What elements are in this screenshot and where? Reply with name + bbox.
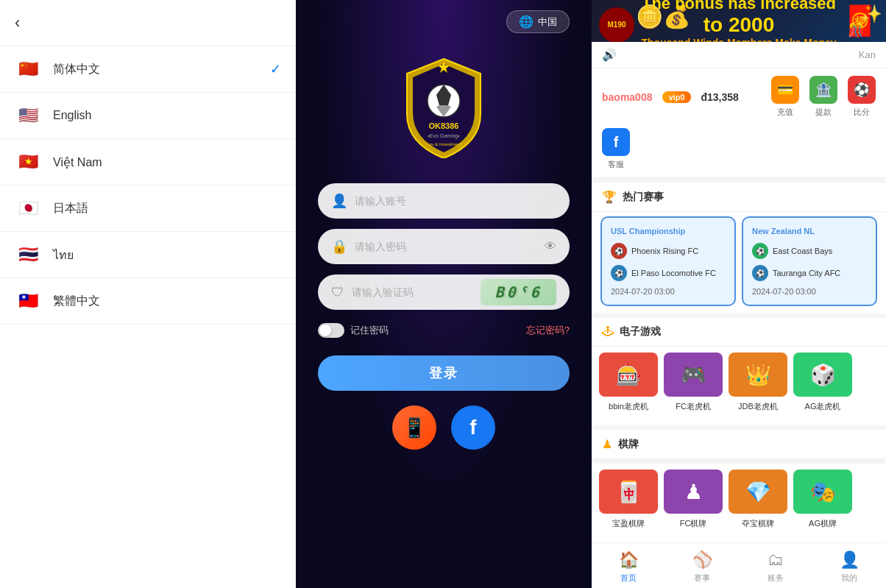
chess-label-0: 宝盈棋牌 [612,518,645,529]
login-button[interactable]: 登录 [318,355,570,391]
match-team2-0: ⚽ El Paso Locomotive FC [611,265,726,281]
app-icon: 📱 [403,417,426,439]
games-grid: 🎰 bbin老虎机 🎮 FC老虎机 👑 JDB老虎机 🎲 AG老虎机 [599,347,879,418]
captcha-input[interactable] [352,286,481,298]
lang-item-zh-trad[interactable]: 🇹🇼 繁體中文 [0,278,296,325]
team1-logo-0: ⚽ [611,243,627,259]
chess-games-header: ♟ 棋牌 [592,430,886,459]
deposit-label: 充值 [777,107,793,118]
remember-toggle[interactable] [318,323,344,338]
flag-icon-zh-simple: 🇨🇳 [15,60,41,79]
chess-games-title: 棋牌 [618,438,639,451]
eye-icon[interactable]: 👁 [545,240,556,253]
chess-label-2: 夺宝棋牌 [742,518,774,529]
game-item-3[interactable]: 🎲 AG老虎机 [793,353,852,412]
volume-icon: 🔊 [602,48,617,62]
chess-thumb-2: 💎 [729,470,787,514]
language-list: 🇨🇳 简体中文 ✓ 🇺🇸 English 🇻🇳 Việt Nam 🇯🇵 日本語 … [0,46,296,325]
match-league-1: New Zealand NL [752,227,867,235]
chess-thumb-1: ♟ [664,470,723,514]
banner-badge: M190 [599,7,634,42]
username-field-wrap: 👤 [318,183,570,219]
user-icon: 👤 [331,193,347,209]
electronic-games-section: 🎰 bbin老虎机 🎮 FC老虎机 👑 JDB老虎机 🎲 AG老虎机 [592,347,886,425]
app-download-button[interactable]: 📱 [392,405,436,450]
region-button[interactable]: 🌐 中国 [506,10,570,33]
nav-label-3: 我的 [841,573,857,584]
banner: M190 🪙💰 The bonus has increased to 2000 … [592,0,886,42]
password-input[interactable] [355,241,545,252]
chess-item-0[interactable]: 🀄 宝盈棋牌 [599,470,658,529]
facebook-icon: f [469,416,476,439]
login-fields: 👤 🔒 👁 🛡 B0ˁ6 记住密码 [318,183,570,391]
nav-icon-0: 🏠 [619,550,639,570]
game-thumb-1: 🎮 [664,353,723,397]
match-team2-1: ⚽ Tauranga City AFC [752,265,867,281]
chess-grid: 🀄 宝盈棋牌 ♟ FC棋牌 💎 夺宝棋牌 🎭 AG棋牌 [599,464,879,535]
game-label-0: bbin老虎机 [609,401,648,412]
chess-item-2[interactable]: 💎 夺宝棋牌 [729,470,787,529]
match-league-0: USL Championship [611,227,726,235]
vip-badge: vip0 [662,91,690,103]
game-item-0[interactable]: 🎰 bbin老虎机 [599,353,658,412]
nav-item-2[interactable]: 🗂 账务 [739,543,812,588]
facebook-button[interactable]: f [451,405,495,450]
remember-label: 记住密码 [350,324,389,337]
svg-text:Lou & Investment: Lou & Investment [427,142,461,146]
service-icon-wrap: f [602,128,630,156]
match-time-1: 2024-07-20 03:00 [752,287,867,296]
nav-label-1: 赛事 [694,573,710,584]
user-bar: baoma008 vip0 đ13,358 💳 充值 🏦 提款 ⚽ 比分 f 客… [592,68,886,178]
password-field-wrap: 🔒 👁 [318,229,570,264]
game-item-1[interactable]: 🎮 FC老虎机 [664,353,723,412]
lang-name-zh-trad: 繁體中文 [53,294,281,309]
nav-icon-3: 👤 [840,550,860,570]
deposit-button[interactable]: 💳 充值 [771,76,799,118]
nav-item-3[interactable]: 👤 我的 [812,543,886,588]
electronic-games-header: 🕹 电子游戏 [592,318,886,347]
chess-item-3[interactable]: 🎭 AG棋牌 [793,470,852,529]
flag-icon-ja: 🇯🇵 [15,199,41,218]
lang-name-ja: 日本語 [53,201,281,216]
game-item-2[interactable]: 👑 JDB老虎机 [729,353,787,412]
toggle-dot [319,325,331,336]
chess-games-section: 🀄 宝盈棋牌 ♟ FC棋牌 💎 夺宝棋牌 🎭 AG棋牌 [592,464,886,542]
team2-name-0: El Paso Locomotive FC [631,269,716,277]
back-button[interactable]: ‹ [0,0,296,46]
globe-icon: 🌐 [519,15,534,29]
nav-item-0[interactable]: 🏠 首页 [592,543,665,588]
nav-icon-1: ⚾ [692,550,712,570]
right-panel: M190 🪙💰 The bonus has increased to 2000 … [592,0,886,588]
match-time-0: 2024-07-20 03:00 [611,287,726,296]
match-card-0[interactable]: USL Championship ⚽ Phoenix Rising FC ⚽ E… [600,216,736,306]
scores-button[interactable]: ⚽ 比分 [848,76,876,118]
lang-item-en[interactable]: 🇺🇸 English [0,93,296,139]
team2-logo-1: ⚽ [752,265,768,281]
withdraw-button[interactable]: 🏦 提款 [809,76,837,118]
svg-text:OK8386: OK8386 [429,121,459,130]
chess-label-1: FC棋牌 [680,518,707,529]
chess-item-1[interactable]: ♟ FC棋牌 [664,470,723,529]
match-card-1[interactable]: New Zealand NL ⚽ East Coast Bays ⚽ Taura… [742,216,877,306]
forgot-password-link[interactable]: 忘记密码? [526,324,570,337]
service-button[interactable]: f 客服 [602,128,630,170]
nav-item-1[interactable]: ⚾ 赛事 [665,543,739,588]
lang-item-th[interactable]: 🇹🇭 ไทย [0,232,296,278]
social-row: 📱 f [392,405,495,450]
chess-thumb-0: 🀄 [599,470,658,514]
flag-icon-zh-trad: 🇹🇼 [15,291,41,311]
lang-name-th: ไทย [53,246,281,264]
check-icon: ✓ [270,61,281,77]
remember-row: 记住密码 忘记密码? [318,323,570,338]
lang-item-zh-simple[interactable]: 🇨🇳 简体中文 ✓ [0,46,296,93]
lang-item-ja[interactable]: 🇯🇵 日本語 [0,185,296,232]
lang-item-vn[interactable]: 🇻🇳 Việt Nam [0,139,296,185]
flag-icon-vn: 🇻🇳 [15,152,41,171]
login-panel: 🌐 中国 OK8386 •Evo Gaming• Lou & Investmen… [296,0,592,588]
captcha-image[interactable]: B0ˁ6 [481,279,556,305]
banner-firework: ✨ [860,4,882,24]
team1-name-0: Phoenix Rising FC [631,247,698,255]
notification-bar: 🔊 Kan [592,42,886,68]
username-input[interactable] [355,195,556,207]
flag-icon-th: 🇹🇭 [15,245,41,264]
